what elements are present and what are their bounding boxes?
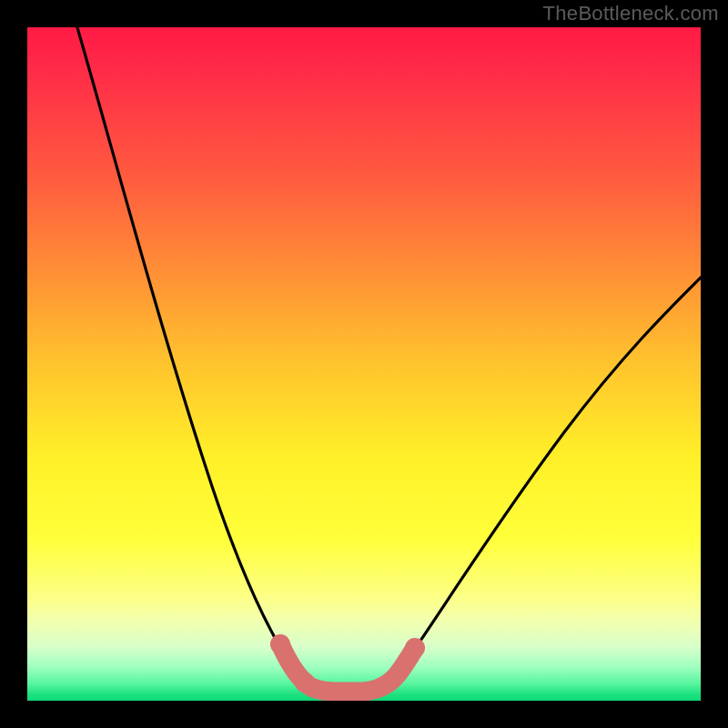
bottleneck-curve — [75, 27, 701, 692]
chart-frame: TheBottleneck.com — [0, 0, 728, 728]
plot-area — [27, 27, 701, 701]
watermark-text: TheBottleneck.com — [543, 2, 719, 25]
optimal-marker-joint-left-icon — [295, 672, 315, 693]
optimal-marker-end-left-icon — [270, 634, 290, 654]
optimal-marker-end-right-icon — [405, 638, 425, 658]
curve-overlay — [27, 27, 701, 701]
